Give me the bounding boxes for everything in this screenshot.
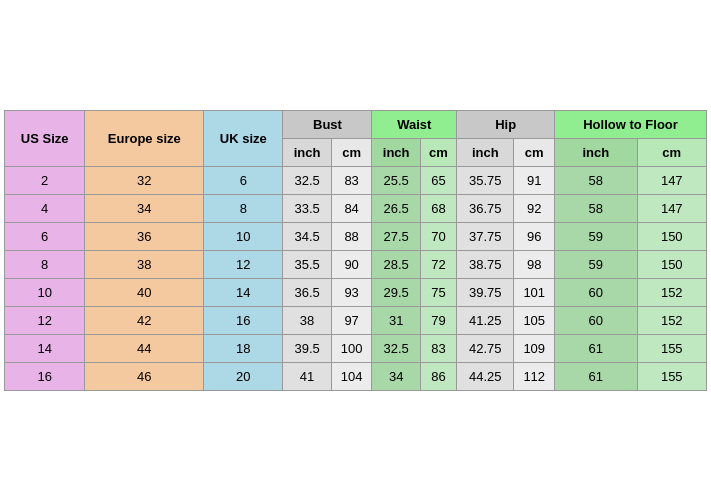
header-uk: UK size <box>204 111 283 167</box>
table-row: 8381235.59028.57238.759859150 <box>5 251 707 279</box>
table-cell: 38 <box>283 307 331 335</box>
table-cell: 97 <box>331 307 372 335</box>
table-cell: 26.5 <box>372 195 420 223</box>
subheader-bust-inch: inch <box>283 139 331 167</box>
table-cell: 150 <box>637 223 706 251</box>
table-cell: 65 <box>420 167 456 195</box>
table-cell: 14 <box>204 279 283 307</box>
header-hip: Hip <box>457 111 555 139</box>
table-cell: 10 <box>5 279 85 307</box>
table-row: 1242163897317941.2510560152 <box>5 307 707 335</box>
table-cell: 28.5 <box>372 251 420 279</box>
table-cell: 112 <box>514 363 555 391</box>
table-cell: 37.75 <box>457 223 514 251</box>
table-cell: 60 <box>555 307 637 335</box>
table-cell: 84 <box>331 195 372 223</box>
table-cell: 14 <box>5 335 85 363</box>
subheader-htf-inch: inch <box>555 139 637 167</box>
table-cell: 105 <box>514 307 555 335</box>
table-cell: 40 <box>85 279 204 307</box>
table-cell: 16 <box>204 307 283 335</box>
table-row: 16462041104348644.2511261155 <box>5 363 707 391</box>
table-cell: 32 <box>85 167 204 195</box>
header-waist: Waist <box>372 111 457 139</box>
table-cell: 32.5 <box>372 335 420 363</box>
table-cell: 98 <box>514 251 555 279</box>
table-cell: 60 <box>555 279 637 307</box>
table-cell: 75 <box>420 279 456 307</box>
table-cell: 72 <box>420 251 456 279</box>
table-cell: 10 <box>204 223 283 251</box>
subheader-hip-cm: cm <box>514 139 555 167</box>
table-row: 232632.58325.56535.759158147 <box>5 167 707 195</box>
table-cell: 20 <box>204 363 283 391</box>
table-cell: 44.25 <box>457 363 514 391</box>
table-cell: 36 <box>85 223 204 251</box>
table-cell: 16 <box>5 363 85 391</box>
table-cell: 100 <box>331 335 372 363</box>
table-cell: 25.5 <box>372 167 420 195</box>
table-cell: 104 <box>331 363 372 391</box>
table-cell: 42.75 <box>457 335 514 363</box>
table-cell: 70 <box>420 223 456 251</box>
table-cell: 59 <box>555 223 637 251</box>
table-cell: 32.5 <box>283 167 331 195</box>
table-cell: 38 <box>85 251 204 279</box>
table-cell: 68 <box>420 195 456 223</box>
table-cell: 39.75 <box>457 279 514 307</box>
table-cell: 12 <box>5 307 85 335</box>
table-cell: 34.5 <box>283 223 331 251</box>
table-cell: 39.5 <box>283 335 331 363</box>
table-cell: 29.5 <box>372 279 420 307</box>
table-cell: 93 <box>331 279 372 307</box>
table-cell: 35.5 <box>283 251 331 279</box>
table-cell: 61 <box>555 363 637 391</box>
header-bust: Bust <box>283 111 372 139</box>
header-eu: Europe size <box>85 111 204 167</box>
table-cell: 35.75 <box>457 167 514 195</box>
table-body: 232632.58325.56535.759158147434833.58426… <box>5 167 707 391</box>
table-cell: 12 <box>204 251 283 279</box>
table-cell: 83 <box>420 335 456 363</box>
table-cell: 41.25 <box>457 307 514 335</box>
table-cell: 83 <box>331 167 372 195</box>
table-cell: 8 <box>5 251 85 279</box>
table-cell: 86 <box>420 363 456 391</box>
table-row: 6361034.58827.57037.759659150 <box>5 223 707 251</box>
table-cell: 36.5 <box>283 279 331 307</box>
table-cell: 59 <box>555 251 637 279</box>
table-cell: 58 <box>555 167 637 195</box>
table-cell: 147 <box>637 167 706 195</box>
subheader-hip-inch: inch <box>457 139 514 167</box>
table-cell: 34 <box>372 363 420 391</box>
header-htf: Hollow to Floor <box>555 111 707 139</box>
subheader-waist-inch: inch <box>372 139 420 167</box>
table-cell: 152 <box>637 307 706 335</box>
table-cell: 147 <box>637 195 706 223</box>
table-cell: 6 <box>5 223 85 251</box>
table-cell: 58 <box>555 195 637 223</box>
table-cell: 34 <box>85 195 204 223</box>
table-cell: 4 <box>5 195 85 223</box>
table-cell: 79 <box>420 307 456 335</box>
table-cell: 152 <box>637 279 706 307</box>
table-cell: 31 <box>372 307 420 335</box>
table-cell: 44 <box>85 335 204 363</box>
table-cell: 2 <box>5 167 85 195</box>
main-header-row: US Size Europe size UK size Bust Waist H… <box>5 111 707 139</box>
table-row: 10401436.59329.57539.7510160152 <box>5 279 707 307</box>
table-row: 434833.58426.56836.759258147 <box>5 195 707 223</box>
subheader-htf-cm: cm <box>637 139 706 167</box>
table-cell: 42 <box>85 307 204 335</box>
table-cell: 38.75 <box>457 251 514 279</box>
table-cell: 36.75 <box>457 195 514 223</box>
table-cell: 61 <box>555 335 637 363</box>
table-cell: 41 <box>283 363 331 391</box>
table-cell: 90 <box>331 251 372 279</box>
table-cell: 150 <box>637 251 706 279</box>
table-cell: 27.5 <box>372 223 420 251</box>
table-cell: 33.5 <box>283 195 331 223</box>
table-cell: 6 <box>204 167 283 195</box>
table-cell: 96 <box>514 223 555 251</box>
table-cell: 88 <box>331 223 372 251</box>
